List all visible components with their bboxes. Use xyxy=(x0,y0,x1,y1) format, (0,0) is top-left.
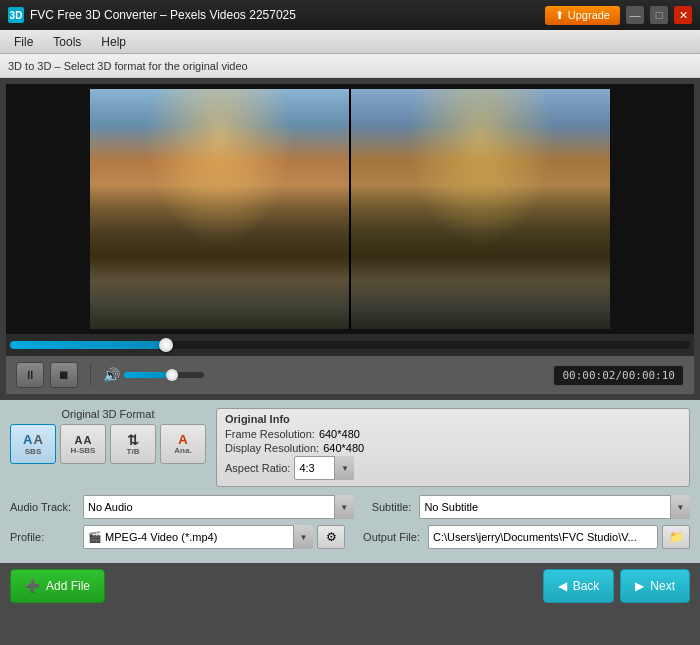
upgrade-icon: ⬆ xyxy=(555,9,564,22)
aspect-label: Aspect Ratio: xyxy=(225,462,290,474)
action-bar: ➕ Add File ◀ Back ▶ Next xyxy=(0,563,700,609)
folder-icon: 📁 xyxy=(669,530,684,544)
back-button[interactable]: ◀ Back xyxy=(543,569,615,603)
format-section-label: Original 3D Format xyxy=(10,408,206,420)
video-left-half xyxy=(90,89,349,329)
aspect-select[interactable]: 4:3 xyxy=(294,456,354,480)
format-btn-anaglyph[interactable]: A Ana. xyxy=(160,424,206,464)
aspect-row: Aspect Ratio: 4:3 ▼ xyxy=(225,456,681,480)
pause-button[interactable]: ⏸ xyxy=(16,362,44,388)
audio-track-label: Audio Track: xyxy=(10,501,75,513)
profile-label: Profile: xyxy=(10,531,75,543)
menu-help[interactable]: Help xyxy=(91,33,136,51)
info-title: Original Info xyxy=(225,413,681,425)
menu-tools[interactable]: Tools xyxy=(43,33,91,51)
title-bar: 3D FVC Free 3D Converter – Pexels Videos… xyxy=(0,0,700,30)
settings-gear-icon: ⚙ xyxy=(326,530,337,544)
format-btn-sbs-half[interactable]: AA H-SBS xyxy=(60,424,106,464)
subtitle-select[interactable]: No Subtitle xyxy=(419,495,690,519)
progress-container[interactable] xyxy=(6,334,694,356)
format-section: Original 3D Format AA SBS AA xyxy=(10,408,206,464)
next-icon: ▶ xyxy=(635,579,644,593)
nav-buttons: ◀ Back ▶ Next xyxy=(543,569,690,603)
info-bar: 3D to 3D – Select 3D format for the orig… xyxy=(0,54,700,78)
upgrade-button[interactable]: ⬆ Upgrade xyxy=(545,6,620,25)
profile-select[interactable]: 🎬 MPEG-4 Video (*.mp4) xyxy=(83,525,313,549)
volume-area: 🔊 xyxy=(103,367,547,383)
display-res-row: Display Resolution: 640*480 xyxy=(225,442,681,454)
stop-button[interactable]: ⏹ xyxy=(50,362,78,388)
info-section: Original Info Frame Resolution: 640*480 … xyxy=(216,408,690,487)
menu-file[interactable]: File xyxy=(4,33,43,51)
volume-track[interactable] xyxy=(124,372,204,378)
controls-divider xyxy=(90,364,91,386)
volume-icon: 🔊 xyxy=(103,367,120,383)
profile-output-row: Profile: 🎬 MPEG-4 Video (*.mp4) ▼ ⚙ Outp… xyxy=(10,525,690,549)
progress-thumb[interactable] xyxy=(159,338,173,352)
add-file-icon: ➕ xyxy=(25,579,40,593)
profile-select-wrapper: 🎬 MPEG-4 Video (*.mp4) ▼ xyxy=(83,525,313,549)
output-folder-button[interactable]: 📁 xyxy=(662,525,690,549)
display-res-label: Display Resolution: xyxy=(225,442,319,454)
display-res-value: 640*480 xyxy=(323,442,364,454)
title-bar-left: 3D FVC Free 3D Converter – Pexels Videos… xyxy=(8,7,296,23)
format-btn-top-bottom[interactable]: ⇅ T/B xyxy=(110,424,156,464)
subtitle-label: Subtitle: xyxy=(372,501,412,513)
add-file-button[interactable]: ➕ Add File xyxy=(10,569,105,603)
title-bar-right: ⬆ Upgrade — □ ✕ xyxy=(545,6,692,25)
progress-track[interactable] xyxy=(10,341,690,349)
title-text: FVC Free 3D Converter – Pexels Videos 22… xyxy=(30,8,296,22)
menu-bar: File Tools Help xyxy=(0,30,700,54)
back-icon: ◀ xyxy=(558,579,567,593)
format-row: Original 3D Format AA SBS AA xyxy=(10,408,690,487)
next-button[interactable]: ▶ Next xyxy=(620,569,690,603)
main-area: ⏸ ⏹ 🔊 00:00:02/00:00:10 xyxy=(0,78,700,400)
frame-res-row: Frame Resolution: 640*480 xyxy=(225,428,681,440)
settings-area: Original 3D Format AA SBS AA xyxy=(0,400,700,563)
progress-fill xyxy=(10,341,166,349)
maximize-button[interactable]: □ xyxy=(650,6,668,24)
info-bar-text: 3D to 3D – Select 3D format for the orig… xyxy=(8,60,248,72)
volume-thumb[interactable] xyxy=(166,369,178,381)
volume-fill xyxy=(124,372,172,378)
time-display: 00:00:02/00:00:10 xyxy=(553,365,684,386)
close-button[interactable]: ✕ xyxy=(674,6,692,24)
format-btn-sbs-full[interactable]: AA SBS xyxy=(10,424,56,464)
video-right-half xyxy=(351,89,610,329)
output-file-label: Output File: xyxy=(363,531,420,543)
audio-subtitle-row: Audio Track: No Audio ▼ Subtitle: No Sub… xyxy=(10,495,690,519)
video-frame xyxy=(90,89,610,329)
controls-row: ⏸ ⏹ 🔊 00:00:02/00:00:10 xyxy=(6,356,694,394)
frame-res-value: 640*480 xyxy=(319,428,360,440)
video-preview xyxy=(6,84,694,334)
pause-icon: ⏸ xyxy=(24,368,36,382)
subtitle-select-wrapper: No Subtitle ▼ xyxy=(419,495,690,519)
app-icon: 3D xyxy=(8,7,24,23)
output-path-display: C:\Users\jerry\Documents\FVC Studio\V... xyxy=(428,525,658,549)
frame-res-label: Frame Resolution: xyxy=(225,428,315,440)
minimize-button[interactable]: — xyxy=(626,6,644,24)
format-buttons: AA SBS AA H-SBS xyxy=(10,424,206,464)
profile-settings-button[interactable]: ⚙ xyxy=(317,525,345,549)
audio-track-select[interactable]: No Audio xyxy=(83,495,354,519)
audio-track-select-wrapper: No Audio ▼ xyxy=(83,495,354,519)
stop-icon: ⏹ xyxy=(58,368,70,382)
